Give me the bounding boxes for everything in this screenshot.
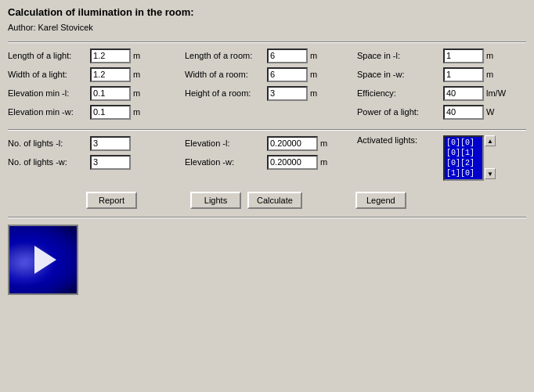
- space-in-l-input[interactable]: [443, 49, 484, 63]
- preview-image: [8, 225, 78, 295]
- width-light-input[interactable]: [90, 67, 131, 82]
- length-room-label: Length of a room:: [185, 51, 267, 60]
- space-in-w-label: Space in -w:: [357, 70, 443, 79]
- divider-1: [8, 41, 526, 43]
- width-light-label: Width of a light:: [8, 70, 90, 79]
- calculate-button[interactable]: Calculate: [247, 192, 302, 209]
- length-light-input[interactable]: [90, 49, 131, 63]
- efficiency-row: Efficiency: lm/W: [357, 85, 521, 101]
- elevation-l-unit: m: [320, 138, 344, 148]
- no-lights-l-input[interactable]: [90, 136, 131, 151]
- elevation-min-l-label: Elevation min -l:: [8, 88, 90, 98]
- length-light-unit: m: [133, 51, 157, 60]
- height-room-row: Height of a room: m: [185, 85, 348, 101]
- divider-3: [8, 217, 526, 218]
- space-in-w-input[interactable]: [443, 67, 484, 82]
- no-lights-l-row: No. of lights -l:: [8, 135, 175, 151]
- elevation-min-l-input[interactable]: [90, 86, 131, 101]
- lights-button[interactable]: Lights: [190, 192, 241, 209]
- elevation-min-w-unit: m: [133, 107, 157, 117]
- efficiency-input[interactable]: [443, 86, 484, 101]
- elevation-w-label: Elevation -w:: [185, 157, 267, 167]
- width-light-unit: m: [133, 70, 157, 79]
- width-room-unit: m: [310, 70, 334, 79]
- power-row: Power of a light: W: [357, 104, 521, 120]
- height-room-unit: m: [310, 88, 334, 98]
- space-in-l-unit: m: [486, 51, 510, 60]
- width-room-input[interactable]: [267, 67, 308, 82]
- lights-scroll-down[interactable]: ▼: [485, 168, 496, 179]
- length-room-row: Length of a room: m: [185, 48, 348, 63]
- lights-row-1: [0][0]: [446, 138, 481, 148]
- no-lights-w-row: No. of lights -w:: [8, 154, 175, 170]
- lights-scroll-up[interactable]: ▲: [485, 135, 496, 146]
- report-button[interactable]: Report: [86, 192, 137, 209]
- efficiency-unit: lm/W: [486, 88, 510, 98]
- length-room-unit: m: [310, 51, 334, 60]
- width-room-row: Width of a room: m: [185, 67, 348, 82]
- play-icon: [34, 246, 56, 274]
- elevation-l-input[interactable]: [267, 136, 318, 151]
- height-room-input[interactable]: [267, 86, 308, 101]
- activated-lights-row: Activated lights: [0][0] [0][1] [0][2] […: [357, 135, 521, 181]
- activated-lights-display[interactable]: [0][0] [0][1] [0][2] [1][0]: [443, 135, 484, 181]
- divider-2: [8, 129, 526, 131]
- efficiency-label: Efficiency:: [357, 88, 443, 98]
- no-lights-w-input[interactable]: [90, 155, 131, 170]
- author-label: Author: Karel Stovicek: [8, 23, 526, 32]
- power-label: Power of a light:: [357, 107, 443, 117]
- lights-row-2: [0][1]: [446, 148, 481, 158]
- legend-button[interactable]: Legend: [355, 192, 406, 209]
- space-in-l-label: Space in -l:: [357, 51, 443, 60]
- space-in-w-row: Space in -w: m: [357, 67, 521, 82]
- width-room-label: Width of a room:: [185, 70, 267, 79]
- elevation-min-w-input[interactable]: [90, 105, 131, 120]
- lights-row-3: [0][2]: [446, 158, 481, 168]
- elevation-w-row: Elevation -w: m: [185, 154, 348, 170]
- no-lights-l-label: No. of lights -l:: [8, 138, 90, 148]
- no-lights-w-label: No. of lights -w:: [8, 157, 90, 167]
- width-light-row: Width of a light: m: [8, 67, 175, 82]
- length-room-input[interactable]: [267, 49, 308, 63]
- space-in-l-row: Space in -l: m: [357, 48, 521, 63]
- height-room-label: Height of a room:: [185, 88, 267, 98]
- activated-lights-label: Activated lights:: [357, 135, 443, 145]
- elevation-min-w-label: Elevation min -w:: [8, 107, 90, 117]
- elevation-min-l-unit: m: [133, 88, 157, 98]
- power-unit: W: [486, 107, 510, 117]
- elevation-l-row: Elevation -l: m: [185, 135, 348, 151]
- length-light-row: Length of a light: m: [8, 48, 175, 63]
- elevation-l-label: Elevation -l:: [185, 138, 267, 148]
- power-input[interactable]: [443, 105, 484, 120]
- lights-row-4: [1][0]: [446, 168, 481, 178]
- elevation-min-w-row: Elevation min -w: m: [8, 104, 175, 120]
- elevation-w-input[interactable]: [267, 155, 318, 170]
- page-title: Calculation of ilumination in the room:: [8, 6, 526, 18]
- elevation-w-unit: m: [320, 157, 344, 167]
- length-light-label: Length of a light:: [8, 51, 90, 60]
- space-in-w-unit: m: [486, 70, 510, 79]
- elevation-min-l-row: Elevation min -l: m: [8, 85, 175, 101]
